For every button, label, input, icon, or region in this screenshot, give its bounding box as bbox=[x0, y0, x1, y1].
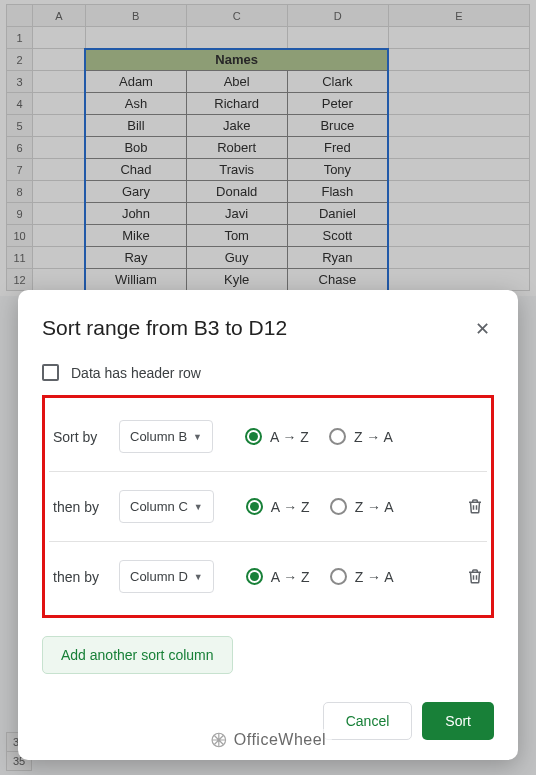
cell[interactable]: Javi bbox=[186, 203, 287, 225]
radio-label: Z → A bbox=[355, 499, 394, 515]
cell[interactable]: Chad bbox=[85, 159, 186, 181]
cell[interactable]: Mike bbox=[85, 225, 186, 247]
cell[interactable] bbox=[33, 225, 86, 247]
cell[interactable]: Fred bbox=[287, 137, 388, 159]
cell[interactable] bbox=[388, 115, 529, 137]
sort-asc-radio[interactable]: A → Z bbox=[245, 428, 309, 445]
cell[interactable]: Chase bbox=[287, 269, 388, 291]
sort-rule-row: then byColumn C▼A → ZZ → A bbox=[49, 471, 487, 541]
column-select[interactable]: Column B▼ bbox=[119, 420, 213, 453]
cell[interactable]: Tom bbox=[186, 225, 287, 247]
cell[interactable]: John bbox=[85, 203, 186, 225]
sort-desc-radio[interactable]: Z → A bbox=[330, 568, 394, 585]
cell[interactable]: Richard bbox=[186, 93, 287, 115]
cell[interactable]: Bill bbox=[85, 115, 186, 137]
cell[interactable]: Adam bbox=[85, 71, 186, 93]
row-header[interactable]: 1 bbox=[7, 27, 33, 49]
cell[interactable] bbox=[388, 203, 529, 225]
cancel-button[interactable]: Cancel bbox=[323, 702, 413, 740]
cell[interactable]: Daniel bbox=[287, 203, 388, 225]
chevron-down-icon: ▼ bbox=[194, 502, 203, 512]
cell[interactable] bbox=[33, 137, 86, 159]
cell[interactable] bbox=[33, 159, 86, 181]
sort-rule-row: then byColumn D▼A → ZZ → A bbox=[49, 541, 487, 611]
cell[interactable] bbox=[388, 247, 529, 269]
sort-button[interactable]: Sort bbox=[422, 702, 494, 740]
cell[interactable]: Scott bbox=[287, 225, 388, 247]
cell[interactable]: Bob bbox=[85, 137, 186, 159]
row-header[interactable]: 6 bbox=[7, 137, 33, 159]
cell[interactable] bbox=[33, 181, 86, 203]
column-header[interactable]: E bbox=[388, 5, 529, 27]
cell[interactable] bbox=[33, 27, 86, 49]
header-row-label: Data has header row bbox=[71, 365, 201, 381]
row-header[interactable]: 5 bbox=[7, 115, 33, 137]
sort-desc-radio[interactable]: Z → A bbox=[329, 428, 393, 445]
cell[interactable]: Ryan bbox=[287, 247, 388, 269]
cell[interactable] bbox=[33, 93, 86, 115]
cell[interactable] bbox=[388, 225, 529, 247]
cell[interactable] bbox=[388, 27, 529, 49]
cell[interactable] bbox=[33, 115, 86, 137]
sort-desc-radio[interactable]: Z → A bbox=[330, 498, 394, 515]
cell[interactable]: Ray bbox=[85, 247, 186, 269]
radio-label: Z → A bbox=[354, 429, 393, 445]
sort-asc-radio[interactable]: A → Z bbox=[246, 498, 310, 515]
column-header[interactable]: B bbox=[85, 5, 186, 27]
trash-icon[interactable] bbox=[466, 497, 484, 519]
cell[interactable]: Guy bbox=[186, 247, 287, 269]
cell[interactable] bbox=[33, 247, 86, 269]
cell[interactable]: Tony bbox=[287, 159, 388, 181]
cell[interactable]: Clark bbox=[287, 71, 388, 93]
row-header[interactable]: 9 bbox=[7, 203, 33, 225]
cell[interactable] bbox=[388, 71, 529, 93]
cell[interactable]: Kyle bbox=[186, 269, 287, 291]
cell[interactable] bbox=[388, 49, 529, 71]
cell[interactable]: Bruce bbox=[287, 115, 388, 137]
sort-asc-radio[interactable]: A → Z bbox=[246, 568, 310, 585]
cell[interactable]: Flash bbox=[287, 181, 388, 203]
header-row-checkbox[interactable] bbox=[42, 364, 59, 381]
row-header[interactable]: 2 bbox=[7, 49, 33, 71]
dialog-title: Sort range from B3 to D12 bbox=[42, 316, 287, 340]
row-header[interactable]: 12 bbox=[7, 269, 33, 291]
cell[interactable] bbox=[388, 93, 529, 115]
cell[interactable] bbox=[388, 137, 529, 159]
row-header[interactable]: 4 bbox=[7, 93, 33, 115]
cell[interactable] bbox=[33, 269, 86, 291]
cell[interactable] bbox=[186, 27, 287, 49]
column-header[interactable]: C bbox=[186, 5, 287, 27]
row-header[interactable]: 8 bbox=[7, 181, 33, 203]
column-header[interactable]: A bbox=[33, 5, 86, 27]
cell[interactable]: Travis bbox=[186, 159, 287, 181]
column-select[interactable]: Column C▼ bbox=[119, 490, 214, 523]
cell[interactable] bbox=[33, 203, 86, 225]
cell[interactable] bbox=[85, 27, 186, 49]
cell[interactable]: Abel bbox=[186, 71, 287, 93]
cell[interactable] bbox=[287, 27, 388, 49]
row-header[interactable]: 3 bbox=[7, 71, 33, 93]
cell[interactable] bbox=[388, 159, 529, 181]
cell[interactable]: Robert bbox=[186, 137, 287, 159]
row-header[interactable]: 7 bbox=[7, 159, 33, 181]
cell[interactable]: William bbox=[85, 269, 186, 291]
cell[interactable]: Peter bbox=[287, 93, 388, 115]
cell[interactable] bbox=[33, 49, 86, 71]
cell[interactable] bbox=[388, 181, 529, 203]
cell[interactable]: Jake bbox=[186, 115, 287, 137]
cell[interactable]: Gary bbox=[85, 181, 186, 203]
row-header[interactable]: 10 bbox=[7, 225, 33, 247]
cell[interactable] bbox=[33, 71, 86, 93]
cell[interactable] bbox=[388, 269, 529, 291]
trash-icon[interactable] bbox=[466, 567, 484, 589]
cell[interactable]: Ash bbox=[85, 93, 186, 115]
column-header[interactable]: D bbox=[287, 5, 388, 27]
table-header-cell[interactable]: Names bbox=[85, 49, 388, 71]
watermark: OfficeWheel bbox=[204, 729, 332, 751]
column-select[interactable]: Column D▼ bbox=[119, 560, 214, 593]
column-header[interactable] bbox=[7, 5, 33, 27]
row-header[interactable]: 11 bbox=[7, 247, 33, 269]
add-sort-column-button[interactable]: Add another sort column bbox=[42, 636, 233, 674]
cell[interactable]: Donald bbox=[186, 181, 287, 203]
close-icon[interactable]: ✕ bbox=[471, 316, 494, 342]
